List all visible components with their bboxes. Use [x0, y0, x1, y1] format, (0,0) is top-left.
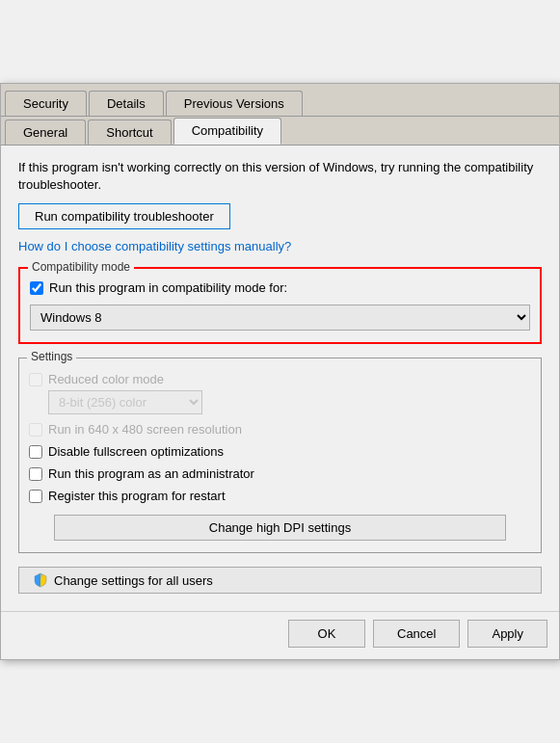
admin-item: Run this program as an administrator	[29, 466, 531, 481]
description-text: If this program isn't working correctly …	[18, 159, 542, 194]
run-troubleshooter-button[interactable]: Run compatibility troubleshooter	[18, 203, 230, 229]
color-depth-select[interactable]: 8-bit (256) color	[48, 390, 202, 414]
footer: OK Cancel Apply	[1, 611, 559, 659]
compatibility-mode-label: Compatibility mode	[28, 260, 134, 274]
fullscreen-checkbox[interactable]	[29, 445, 42, 459]
restart-checkbox[interactable]	[29, 490, 42, 503]
reduced-color-item: Reduced color mode	[29, 372, 531, 386]
compat-mode-checkbox[interactable]	[30, 281, 43, 295]
tab-compatibility[interactable]: Compatibility	[173, 118, 281, 145]
tab-details[interactable]: Details	[89, 91, 164, 116]
tab-general[interactable]: General	[5, 119, 86, 145]
os-select-row: Windows XP (Service Pack 2) Windows XP (…	[30, 305, 530, 331]
compat-mode-checkbox-row: Run this program in compatibility mode f…	[30, 280, 530, 295]
fullscreen-item: Disable fullscreen optimizations	[29, 444, 531, 459]
all-users-label: Change settings for all users	[54, 573, 213, 588]
restart-label: Register this program for restart	[48, 489, 226, 503]
dpi-settings-button[interactable]: Change high DPI settings	[54, 515, 506, 541]
color-select-row: 8-bit (256) color	[29, 386, 531, 414]
admin-label: Run this program as an administrator	[48, 466, 254, 481]
compatibility-mode-group: Compatibility mode Run this program in c…	[18, 267, 542, 344]
compat-mode-checkbox-label: Run this program in compatibility mode f…	[49, 280, 287, 295]
properties-window: Security Details Previous Versions Gener…	[0, 83, 560, 660]
os-select[interactable]: Windows XP (Service Pack 2) Windows XP (…	[30, 305, 530, 331]
settings-group-label: Settings	[27, 350, 76, 363]
all-users-button[interactable]: Change settings for all users	[18, 567, 542, 594]
tab-previous-versions[interactable]: Previous Versions	[166, 91, 303, 116]
reduced-color-checkbox[interactable]	[29, 373, 42, 386]
tab-security[interactable]: Security	[5, 91, 87, 116]
resolution-checkbox[interactable]	[29, 423, 42, 437]
resolution-item: Run in 640 x 480 screen resolution	[29, 422, 531, 437]
reduced-color-label: Reduced color mode	[48, 372, 164, 386]
ok-button[interactable]: OK	[288, 620, 365, 648]
tab-row-2: General Shortcut Compatibility	[1, 117, 559, 146]
cancel-button[interactable]: Cancel	[373, 620, 460, 648]
restart-item: Register this program for restart	[29, 489, 531, 503]
settings-group: Settings Reduced color mode 8-bit (256) …	[18, 358, 542, 553]
tab-shortcut[interactable]: Shortcut	[88, 119, 171, 145]
fullscreen-label: Disable fullscreen optimizations	[48, 444, 224, 459]
admin-checkbox[interactable]	[29, 467, 42, 481]
help-link[interactable]: How do I choose compatibility settings m…	[18, 239, 542, 253]
tab-content: If this program isn't working correctly …	[1, 146, 559, 611]
apply-button[interactable]: Apply	[467, 620, 547, 648]
resolution-label: Run in 640 x 480 screen resolution	[48, 422, 242, 437]
tab-row-1: Security Details Previous Versions	[1, 84, 559, 117]
shield-icon	[33, 572, 48, 588]
